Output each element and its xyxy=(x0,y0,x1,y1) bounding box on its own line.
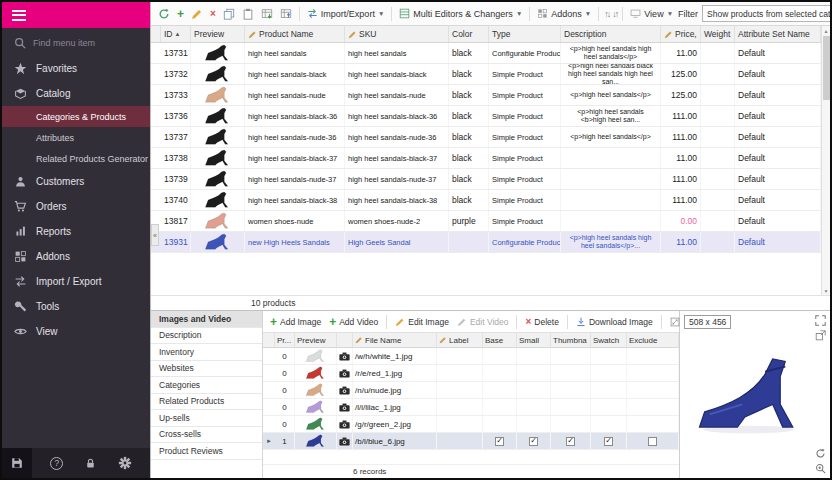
sidebar-item-attributes[interactable]: Attributes xyxy=(2,127,150,148)
sidebar-item-related-products-generator[interactable]: Related Products Generator xyxy=(2,148,150,169)
edit-product-button[interactable] xyxy=(189,6,205,22)
sidebar-item-import-export[interactable]: Import / Export xyxy=(2,269,150,294)
filter-dropdown[interactable]: Show products from selected categories ▼ xyxy=(702,5,832,22)
column-header-priority[interactable]: Pr... xyxy=(275,333,295,347)
column-header-preview[interactable]: Preview xyxy=(191,26,245,42)
product-row[interactable]: 13737high heel sandals-nude-36high heel … xyxy=(151,127,821,148)
add-image-button[interactable]: +Add Image xyxy=(268,315,323,329)
product-row[interactable]: 13817women shoes-nudewomen shoes-nude-2p… xyxy=(151,211,821,232)
collapse-panel-button[interactable]: « xyxy=(151,224,159,246)
download-image-button[interactable]: Download Image xyxy=(574,315,655,329)
sidebar-item-favorites[interactable]: Favorites xyxy=(2,56,150,81)
sidebar-item-categories-products[interactable]: Categories & Products xyxy=(2,106,150,127)
image-row[interactable]: 0/n/u/nude.jpg xyxy=(263,382,679,399)
refresh-button[interactable] xyxy=(156,6,172,22)
tab-websites[interactable]: Websites xyxy=(151,361,262,378)
hamburger-menu-icon[interactable] xyxy=(12,7,26,23)
image-row[interactable]: 0/r/e/red_1.jpg xyxy=(263,365,679,382)
help-icon[interactable]: ? xyxy=(50,457,63,470)
grid-export-button[interactable] xyxy=(278,6,294,22)
delete-product-button[interactable]: × xyxy=(208,7,218,21)
vertical-scrollbar[interactable]: ▲ ▼ xyxy=(821,26,830,295)
image-row[interactable]: 0/g/r/green_2.jpg xyxy=(263,416,679,433)
column-header-price[interactable]: Price, xyxy=(661,26,701,42)
sidebar-item-reports[interactable]: Reports xyxy=(2,219,150,244)
search-input[interactable]: Find menu item xyxy=(33,38,95,48)
sidebar-item-catalog[interactable]: Catalog xyxy=(2,81,150,106)
product-row[interactable]: 13740high heel sandals-black-38high heel… xyxy=(151,190,821,211)
sort-descending-icon[interactable]: ↓↑ xyxy=(612,9,617,19)
tab-categories[interactable]: Categories xyxy=(151,377,262,394)
image-row[interactable]: ▸1/b/l/blue_6.jpg✓✓✓✓ xyxy=(263,433,679,450)
sidebar-item-tools[interactable]: Tools xyxy=(2,294,150,319)
tab-images-and-video[interactable]: Images and Video xyxy=(151,311,262,328)
column-header-product-name[interactable]: Product Name xyxy=(245,26,345,42)
scroll-up-arrow[interactable]: ▲ xyxy=(824,26,829,35)
product-sku: high heel sandals xyxy=(345,43,449,63)
column-header-exclude[interactable]: Exclude xyxy=(627,333,679,347)
column-header-thumbnail[interactable]: Thumbna xyxy=(551,333,591,347)
camera-cell xyxy=(337,416,353,432)
column-header-type[interactable]: Type xyxy=(489,26,561,42)
product-row[interactable]: 13736high heel sandals-black-36high heel… xyxy=(151,106,821,127)
checkbox[interactable]: ✓ xyxy=(495,437,504,446)
column-header-small[interactable]: Small xyxy=(517,333,551,347)
lock-icon[interactable] xyxy=(84,457,97,470)
sidebar-item-customers[interactable]: Customers xyxy=(2,169,150,194)
tab-inventory[interactable]: Inventory xyxy=(151,344,262,361)
checkbox[interactable]: ✓ xyxy=(529,437,538,446)
sidebar-item-view[interactable]: View xyxy=(2,319,150,344)
edit-image-button[interactable]: Edit Image xyxy=(393,315,451,329)
delete-image-button[interactable]: ×Delete xyxy=(523,315,560,329)
column-header-color[interactable]: Color xyxy=(449,26,489,42)
tab-up-sells[interactable]: Up-sells xyxy=(151,410,262,427)
zoom-icon[interactable] xyxy=(815,463,826,474)
tab-related-products[interactable]: Related Products xyxy=(151,394,262,411)
tab-description[interactable]: Description xyxy=(151,328,262,345)
product-row[interactable]: ▸13931new High Heels SandalsHigh Geels S… xyxy=(151,232,821,253)
save-button[interactable] xyxy=(2,448,32,478)
open-external-icon[interactable] xyxy=(815,330,826,341)
expand-icon[interactable] xyxy=(815,315,826,326)
checkbox[interactable]: ✓ xyxy=(604,437,613,446)
settings-gear-icon[interactable] xyxy=(118,456,132,470)
column-header-sku[interactable]: SKU xyxy=(345,26,449,42)
add-video-button[interactable]: +Add Video xyxy=(327,315,380,329)
product-row[interactable]: 13738high heel sandals-black-37high heel… xyxy=(151,148,821,169)
multi-editors-menu[interactable]: Multi Editors & Changers▼ xyxy=(397,6,524,21)
column-header-label[interactable]: Label xyxy=(437,333,483,347)
grid-import-button[interactable] xyxy=(259,6,275,22)
tab-cross-sells[interactable]: Cross-sells xyxy=(151,427,262,444)
copy-button[interactable] xyxy=(221,6,237,22)
addons-menu[interactable]: Addons▼ xyxy=(535,6,593,21)
sidebar-search[interactable]: Find menu item xyxy=(2,28,150,56)
column-header-file-name[interactable]: File Name xyxy=(353,333,437,347)
sidebar-item-orders[interactable]: Orders xyxy=(2,194,150,219)
product-row[interactable]: 13733high heel sandals-nudehigh heel san… xyxy=(151,85,821,106)
tab-product-reviews[interactable]: Product Reviews xyxy=(151,443,262,460)
image-row[interactable]: 0/l/i/lilac_1.jpg xyxy=(263,399,679,416)
sidebar-item-addons[interactable]: Addons xyxy=(2,244,150,269)
add-product-button[interactable]: + xyxy=(175,7,186,21)
column-header-swatch[interactable]: Swatch xyxy=(591,333,627,347)
column-header-base[interactable]: Base xyxy=(483,333,517,347)
column-header-attribute-set[interactable]: Attribute Set Name xyxy=(735,26,821,42)
column-header-id[interactable]: ID▲ xyxy=(161,26,191,42)
scrollbar-thumb[interactable] xyxy=(823,36,830,100)
import-export-menu[interactable]: Import/Export▼ xyxy=(305,6,386,21)
sort-ascending-icon[interactable]: ↑↓ xyxy=(604,9,609,19)
product-row[interactable]: 13732high heel sandals-blackhigh heel sa… xyxy=(151,64,821,85)
rotate-icon[interactable] xyxy=(815,448,826,459)
column-header-description[interactable]: Description xyxy=(561,26,661,42)
paste-button[interactable] xyxy=(240,6,256,22)
column-header-weight[interactable]: Weight xyxy=(701,26,735,42)
view-menu[interactable]: View▼ xyxy=(628,6,675,21)
main-toolbar: + × xyxy=(151,2,830,26)
image-row[interactable]: 0/w/h/white_1.jpg xyxy=(263,348,679,365)
column-header-preview[interactable]: Preview xyxy=(295,333,337,347)
scroll-down-arrow[interactable]: ▼ xyxy=(824,286,829,295)
checkbox[interactable]: ✓ xyxy=(566,437,575,446)
checkbox[interactable] xyxy=(648,437,657,446)
product-row[interactable]: 13739high heel sandals-nude-37high heel … xyxy=(151,169,821,190)
product-row[interactable]: 13731high heel sandalshigh heel sandalsb… xyxy=(151,43,821,64)
